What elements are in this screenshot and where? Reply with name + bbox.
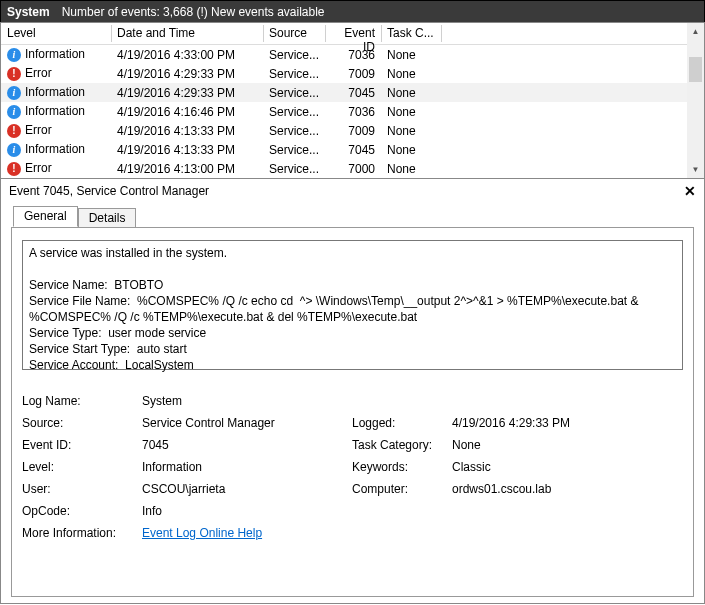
event-list-pane: Level Date and Time Source Event ID Task… [0,22,705,179]
scroll-down-icon[interactable]: ▼ [687,161,704,178]
cell-level: iInformation [1,104,111,119]
detail-title: Event 7045, Service Control Manager [9,184,209,198]
event-rows: iInformation4/19/2016 4:33:00 PMService.… [1,45,704,178]
tab-general[interactable]: General [13,206,78,227]
table-row[interactable]: !Error4/19/2016 4:13:00 PMService...7000… [1,159,704,178]
cell-task: None [381,48,441,62]
cell-level: iInformation [1,142,111,157]
column-headers: Level Date and Time Source Event ID Task… [1,23,704,45]
scroll-thumb[interactable] [689,57,702,82]
prop-source-label: Source: [22,412,142,434]
event-log-online-help-link[interactable]: Event Log Online Help [142,522,262,544]
info-icon: i [7,48,21,62]
cell-level: iInformation [1,47,111,62]
prop-computer-value: ordws01.cscou.lab [452,478,551,500]
table-row[interactable]: !Error4/19/2016 4:29:33 PMService...7009… [1,64,704,83]
col-eventid[interactable]: Event ID [325,23,381,44]
info-icon: i [7,86,21,100]
error-icon: ! [7,124,21,138]
prop-eventid-value: 7045 [142,434,352,456]
cell-level: iInformation [1,85,111,100]
cell-level-text: Information [25,47,85,61]
cell-datetime: 4/19/2016 4:29:33 PM [111,86,263,100]
cell-eventid: 7000 [325,162,381,176]
tab-body-general: A service was installed in the system. S… [11,227,694,597]
detail-header: Event 7045, Service Control Manager ✕ [1,179,704,205]
prop-logged-value: 4/19/2016 4:29:33 PM [452,412,570,434]
prop-logname-value: System [142,390,352,412]
cell-eventid: 7045 [325,86,381,100]
col-spacer [441,23,704,44]
cell-datetime: 4/19/2016 4:29:33 PM [111,67,263,81]
col-datetime[interactable]: Date and Time [111,23,263,44]
cell-source: Service... [263,86,325,100]
cell-source: Service... [263,67,325,81]
prop-moreinfo-label: More Information: [22,522,142,544]
vertical-scrollbar[interactable]: ▲ ▼ [687,23,704,178]
prop-keywords-label: Keywords: [352,456,452,478]
cell-level-text: Information [25,142,85,156]
cell-source: Service... [263,143,325,157]
prop-logname-label: Log Name: [22,390,142,412]
cell-source: Service... [263,162,325,176]
error-icon: ! [7,162,21,176]
prop-source-value: Service Control Manager [142,412,352,434]
cell-level-text: Error [25,66,52,80]
prop-taskcat-label: Task Category: [352,434,452,456]
table-row[interactable]: iInformation4/19/2016 4:33:00 PMService.… [1,45,704,64]
close-icon[interactable]: ✕ [684,183,696,199]
cell-source: Service... [263,105,325,119]
tab-details[interactable]: Details [78,208,137,228]
cell-source: Service... [263,124,325,138]
prop-level-label: Level: [22,456,142,478]
prop-keywords-value: Classic [452,456,491,478]
cell-task: None [381,86,441,100]
cell-datetime: 4/19/2016 4:13:33 PM [111,143,263,157]
info-icon: i [7,105,21,119]
prop-taskcat-value: None [452,434,481,456]
prop-eventid-label: Event ID: [22,434,142,456]
cell-source: Service... [263,48,325,62]
prop-logged-label: Logged: [352,412,452,434]
info-icon: i [7,143,21,157]
cell-level: !Error [1,66,111,81]
cell-task: None [381,124,441,138]
prop-opcode-value: Info [142,500,352,522]
table-row[interactable]: iInformation4/19/2016 4:16:46 PMService.… [1,102,704,121]
prop-user-value: CSCOU\jarrieta [142,478,352,500]
cell-eventid: 7009 [325,124,381,138]
log-titlebar: System Number of events: 3,668 (!) New e… [0,0,705,22]
cell-task: None [381,67,441,81]
table-row[interactable]: iInformation4/19/2016 4:13:33 PMService.… [1,140,704,159]
cell-eventid: 7009 [325,67,381,81]
cell-task: None [381,105,441,119]
cell-level-text: Information [25,104,85,118]
cell-eventid: 7036 [325,105,381,119]
cell-task: None [381,162,441,176]
cell-level-text: Error [25,161,52,175]
cell-level-text: Error [25,123,52,137]
cell-task: None [381,143,441,157]
event-detail-pane: Event 7045, Service Control Manager ✕ Ge… [0,179,705,604]
cell-datetime: 4/19/2016 4:33:00 PM [111,48,263,62]
error-icon: ! [7,67,21,81]
scroll-up-icon[interactable]: ▲ [687,23,704,40]
col-task[interactable]: Task C... [381,23,441,44]
log-title: System [7,5,50,19]
cell-datetime: 4/19/2016 4:13:00 PM [111,162,263,176]
col-source[interactable]: Source [263,23,325,44]
table-row[interactable]: !Error4/19/2016 4:13:33 PMService...7009… [1,121,704,140]
detail-tabstrip: General Details [1,205,704,227]
prop-level-value: Information [142,456,352,478]
cell-level: !Error [1,161,111,176]
event-message: A service was installed in the system. S… [22,240,683,370]
table-row[interactable]: iInformation4/19/2016 4:29:33 PMService.… [1,83,704,102]
prop-user-label: User: [22,478,142,500]
prop-opcode-label: OpCode: [22,500,142,522]
col-level[interactable]: Level [1,23,111,44]
cell-eventid: 7045 [325,143,381,157]
prop-computer-label: Computer: [352,478,452,500]
cell-datetime: 4/19/2016 4:13:33 PM [111,124,263,138]
cell-datetime: 4/19/2016 4:16:46 PM [111,105,263,119]
cell-level: !Error [1,123,111,138]
